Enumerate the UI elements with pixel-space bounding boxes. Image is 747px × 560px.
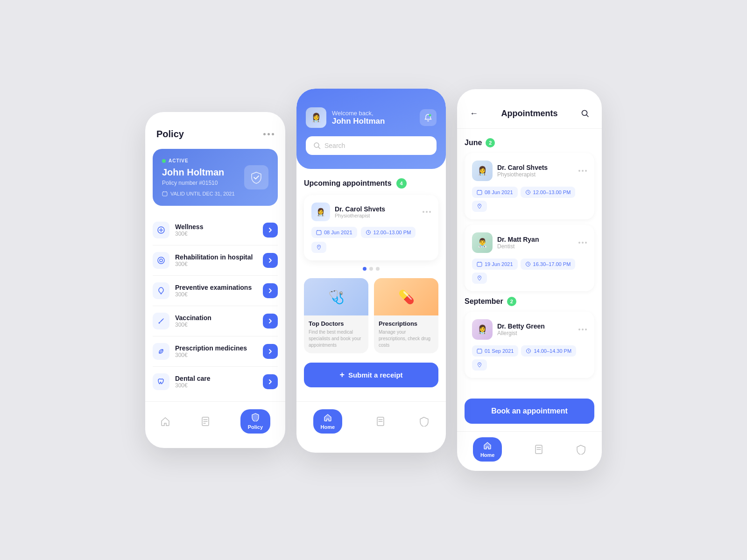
- location-chip: [472, 359, 487, 371]
- dental-icon: [153, 373, 169, 390]
- upcoming-count-badge: 4: [396, 178, 407, 189]
- item-price: 300€: [175, 382, 263, 389]
- right-bottom-navigation: Home: [457, 431, 602, 471]
- svg-point-45: [479, 277, 480, 278]
- carol-name: Dr. Carol Shvets: [497, 164, 548, 171]
- policy-card: ACTIVE John Holtman Policy number #01510…: [153, 149, 278, 206]
- upcoming-section-title: Upcoming appointments: [304, 179, 392, 188]
- item-price: 300€: [175, 261, 263, 267]
- matt-avatar: 👨‍⚕️: [472, 232, 493, 253]
- appointments-list: June 2 👩‍⚕️ Dr. Carol Shvets Physiothera…: [457, 129, 602, 391]
- month-june: June: [465, 139, 482, 147]
- valid-until: VALID UNTIL DEC 31, 2021: [170, 191, 235, 196]
- item-arrow-button[interactable]: [263, 374, 278, 389]
- list-item: Vaccination 300€: [153, 306, 278, 336]
- center-nav-receipts[interactable]: [375, 416, 386, 427]
- more-menu-button[interactable]: [263, 133, 274, 135]
- cal-icon: [477, 261, 482, 267]
- nav-home[interactable]: [160, 416, 170, 427]
- policy-screen: Policy ACTIVE John Holtman Policy number…: [145, 112, 285, 448]
- doctor-avatar: 👩‍⚕️: [311, 203, 330, 221]
- list-item: Rehabilitation in hospital 300€: [153, 245, 278, 276]
- home-screen: 👩‍⚕️ Welcome back, John Holtman Search U: [296, 89, 446, 453]
- card-more-button[interactable]: [423, 211, 431, 213]
- list-item: Prescription medicines 300€: [153, 336, 278, 367]
- center-shield-icon: [419, 416, 429, 427]
- right-nav-receipts[interactable]: [534, 444, 544, 455]
- carousel-dot-1[interactable]: [363, 267, 366, 271]
- top-doctors-image: 🩺: [304, 278, 368, 315]
- appointments-header: ← Appointments: [457, 89, 602, 129]
- search-bar[interactable]: Search: [306, 136, 437, 155]
- vaccination-icon: [153, 313, 169, 329]
- betty-avatar: 👩‍⚕️: [472, 319, 493, 340]
- item-name: Rehabilitation in hospital: [175, 253, 263, 261]
- user-avatar: 👩‍⚕️: [306, 107, 326, 128]
- carousel-dot-2[interactable]: [369, 267, 373, 271]
- loc-icon: [477, 203, 482, 209]
- book-appointment-button[interactable]: Book an appointment: [465, 399, 594, 424]
- list-item: Dental care 300€: [153, 367, 278, 397]
- svg-rect-20: [317, 231, 321, 235]
- prescriptions-title: Prescriptions: [379, 320, 434, 327]
- center-receipt-icon: [375, 416, 386, 427]
- svg-line-12: [159, 350, 163, 353]
- carol-specialty: Physiotherapist: [497, 171, 548, 178]
- time-chip: 12.00–13.00 PM: [521, 187, 576, 198]
- submit-receipt-button[interactable]: + Submit a receipt: [304, 363, 438, 387]
- notification-button[interactable]: [420, 109, 437, 126]
- card-more-button[interactable]: [578, 170, 587, 172]
- home-icon: [160, 416, 170, 427]
- appointment-list-item: 👨‍⚕️ Dr. Matt Ryan Dentist: [465, 225, 594, 291]
- top-doctors-card[interactable]: 🩺 Top Doctors Find the best medical spec…: [304, 278, 368, 353]
- bottom-navigation: Policy: [145, 401, 285, 445]
- loc-icon: [477, 275, 482, 281]
- prescriptions-card[interactable]: 💊 Prescriptions Manage your prescription…: [374, 278, 438, 353]
- svg-line-31: [587, 115, 589, 117]
- clock-chip-icon: [366, 230, 371, 235]
- active-indicator: [162, 159, 166, 163]
- item-arrow-button[interactable]: [263, 283, 278, 298]
- right-nav-shield[interactable]: [576, 444, 586, 455]
- svg-line-19: [318, 147, 320, 149]
- nav-policy[interactable]: Policy: [240, 409, 270, 434]
- search-icon: [313, 142, 321, 149]
- sept-count-badge: 2: [507, 297, 516, 306]
- card-more-button[interactable]: [578, 329, 587, 330]
- item-arrow-button[interactable]: [263, 253, 278, 268]
- appointment-time-chip: 12.00–13.00 PM: [361, 227, 416, 238]
- card-more-button[interactable]: [578, 242, 587, 244]
- appointments-search-button[interactable]: [578, 106, 592, 121]
- item-arrow-button[interactable]: [263, 344, 278, 359]
- svg-point-30: [582, 111, 587, 116]
- appointment-location-chip: [311, 242, 326, 253]
- nav-receipts[interactable]: [200, 416, 211, 427]
- list-item: Wellness 300€: [153, 215, 278, 245]
- time-chip: 16.30–17.00 PM: [521, 259, 576, 270]
- center-nav-shield[interactable]: [419, 416, 429, 427]
- prescriptions-desc: Manage your prescriptions, check drug co…: [379, 329, 434, 349]
- item-arrow-button[interactable]: [263, 223, 278, 238]
- betty-name: Dr. Betty Green: [497, 322, 545, 330]
- cal-icon: [477, 189, 482, 195]
- location-chip: [472, 273, 487, 284]
- item-name: Dental care: [175, 375, 263, 382]
- location-chip-icon: [316, 245, 322, 250]
- svg-point-10: [159, 322, 160, 324]
- welcome-text: Welcome back,: [332, 110, 385, 117]
- right-nav-home[interactable]: Home: [473, 437, 502, 462]
- carousel-dot-3[interactable]: [376, 267, 380, 271]
- matt-specialty: Dentist: [497, 243, 539, 250]
- center-nav-home[interactable]: Home: [313, 409, 343, 434]
- screens-container: Policy ACTIVE John Holtman Policy number…: [145, 89, 602, 471]
- item-arrow-button[interactable]: [263, 314, 278, 329]
- location-chip: [472, 201, 487, 212]
- back-button[interactable]: ←: [466, 106, 481, 121]
- appointment-list-item: 👩‍⚕️ Dr. Carol Shvets Physiotherapist: [465, 153, 594, 219]
- svg-line-37: [528, 192, 529, 193]
- shield-icon: [244, 165, 268, 189]
- receipt-icon: [200, 416, 211, 427]
- doctor-specialty: Physiotherapist: [335, 213, 385, 218]
- matt-name: Dr. Matt Ryan: [497, 236, 539, 243]
- preventive-icon: [153, 282, 169, 299]
